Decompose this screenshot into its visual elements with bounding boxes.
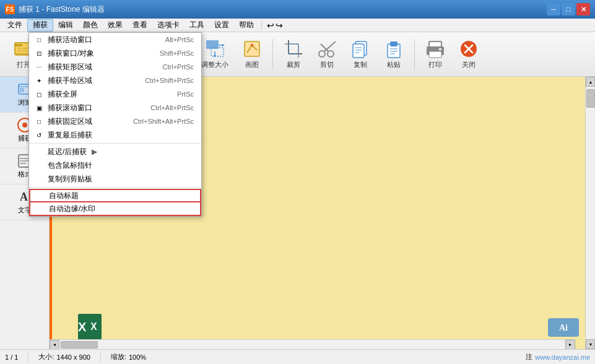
fixed-area-shortcut: Ctrl+Shift+Alt+PrtSc xyxy=(133,118,194,125)
auto-title-label: 自动标题 xyxy=(49,191,79,201)
active-window-label: 捕获活动窗口 xyxy=(48,35,92,45)
paste-button[interactable]: 粘贴 xyxy=(378,36,409,73)
menu-view[interactable]: 查看 xyxy=(128,19,152,32)
capture-fullscreen[interactable]: ◻ 捕获全屏 PrtSc xyxy=(29,87,201,101)
hscroll-right-button[interactable]: ▸ xyxy=(565,340,575,350)
svg-rect-40 xyxy=(289,44,298,54)
h-scrollbar: ◂ ▸ xyxy=(50,339,575,349)
hscroll-left-button[interactable]: ◂ xyxy=(50,340,59,350)
status-note: 注 xyxy=(526,352,532,362)
menu-file[interactable]: 文件 xyxy=(2,19,27,32)
v-scrollbar: ▴ ▾ xyxy=(585,77,595,349)
menu-capture[interactable]: 捕获 xyxy=(27,19,53,32)
menu-color[interactable]: 颜色 xyxy=(78,19,103,32)
rect-shortcut: Ctrl+PrtSc xyxy=(163,63,194,71)
hscroll-thumb[interactable] xyxy=(61,341,98,349)
cut-button[interactable]: 剪切 xyxy=(311,36,342,73)
active-window-shortcut: Alt+PrtSc xyxy=(165,36,194,43)
page-status: 1 / 1 xyxy=(5,353,18,361)
resize-icon xyxy=(205,39,225,59)
print-icon xyxy=(425,39,445,59)
close-button[interactable]: ✕ xyxy=(576,3,590,15)
size-status: 大小: 1440 x 900 xyxy=(38,352,90,362)
watermark-logo: Ai xyxy=(548,318,579,337)
watermark: Ai xyxy=(548,318,579,337)
copy-icon xyxy=(350,39,370,59)
title-bar: FS 捕获 1 - FastStone 编辑器 ─ □ ✕ xyxy=(0,0,595,19)
repeat-label: 重复最后捕获 xyxy=(48,130,92,141)
capture-dropdown-menu: □ 捕获活动窗口 Alt+PrtSc ⊡ 捕获窗口/对象 Shift+PrtSc… xyxy=(28,32,202,217)
paste-label: 粘贴 xyxy=(387,60,401,69)
fixed-area-icon: □ xyxy=(34,118,44,125)
svg-rect-46 xyxy=(353,44,364,58)
clipboard-label: 复制到剪贴板 xyxy=(48,174,92,184)
menu-settings[interactable]: 设置 xyxy=(209,19,234,32)
menu-effects[interactable]: 效果 xyxy=(103,19,128,32)
menu-edit[interactable]: 编辑 xyxy=(53,19,78,32)
status-right: 注 www.dayanzai.me xyxy=(526,352,590,362)
close-doc-button[interactable]: 关闭 xyxy=(453,36,484,73)
freehand-icon: ✦ xyxy=(34,77,44,84)
close-doc-icon xyxy=(459,39,479,59)
svg-rect-58 xyxy=(439,48,441,50)
svg-point-42 xyxy=(328,51,334,57)
menu-tabs[interactable]: 选项卡 xyxy=(152,19,185,32)
print-button[interactable]: 打印 xyxy=(420,36,451,73)
draw-label: 画图 xyxy=(245,60,259,69)
capture-include-cursor[interactable]: 包含鼠标指针 xyxy=(29,158,201,172)
svg-marker-29 xyxy=(222,44,225,46)
app-icon: FS xyxy=(5,4,15,14)
svg-text:Ai: Ai xyxy=(559,323,568,332)
copy-button[interactable]: 复制 xyxy=(345,36,376,73)
print-label: 打印 xyxy=(428,60,442,69)
close-doc-label: 关闭 xyxy=(462,60,476,69)
capture-freehand[interactable]: ✦ 捕获手绘区域 Ctrl+Shift+PrtSc xyxy=(29,74,201,87)
menu-separator xyxy=(261,21,262,30)
menu-help[interactable]: 帮助 xyxy=(234,19,259,32)
zoom-label: 缩放: xyxy=(111,352,126,362)
minimize-button[interactable]: ─ xyxy=(547,3,560,15)
fullscreen-shortcut: PrtSc xyxy=(177,90,194,98)
excel-icon: X xyxy=(77,314,102,339)
capture-active-window[interactable]: □ 捕获活动窗口 Alt+PrtSc xyxy=(29,33,201,46)
capture-fixed-area[interactable]: □ 捕获固定区域 Ctrl+Shift+Alt+PrtSc xyxy=(29,115,201,128)
svg-rect-1 xyxy=(15,44,22,46)
vscroll-down-button[interactable]: ▾ xyxy=(586,339,595,349)
svg-text:A: A xyxy=(20,191,28,203)
window-object-shortcut: Shift+PrtSc xyxy=(160,50,194,57)
capture-auto-title[interactable]: 自动标题 xyxy=(29,189,201,202)
size-value: 1440 x 900 xyxy=(56,353,90,361)
size-label: 大小: xyxy=(38,352,54,362)
draw-button[interactable]: 画图 xyxy=(237,36,267,73)
status-website: www.dayanzai.me xyxy=(535,353,590,361)
svg-rect-64 xyxy=(20,88,24,92)
window-title: 捕获 1 - FastStone 编辑器 xyxy=(19,4,547,15)
hscroll-track xyxy=(59,340,565,349)
svg-rect-57 xyxy=(429,51,441,58)
crop-icon xyxy=(284,39,303,59)
capture-rect-area[interactable]: ⋯ 捕获矩形区域 Ctrl+PrtSc xyxy=(29,60,201,74)
crop-label: 裁剪 xyxy=(287,60,300,69)
undo-button[interactable]: ↩ xyxy=(267,20,274,30)
zoom-status: 缩放: 100% xyxy=(111,352,146,362)
redo-button[interactable]: ↪ xyxy=(276,20,283,30)
svg-rect-3 xyxy=(17,48,30,49)
zoom-value: 100% xyxy=(129,353,146,361)
capture-delay[interactable]: 延迟/后捕获 ▶ xyxy=(29,145,201,158)
rect-icon: ⋯ xyxy=(34,64,44,71)
freehand-label: 捕获手绘区域 xyxy=(48,76,92,86)
capture-repeat[interactable]: ↺ 重复最后捕获 xyxy=(29,128,201,142)
menu-tools[interactable]: 工具 xyxy=(185,19,209,32)
maximize-button[interactable]: □ xyxy=(562,3,575,15)
delay-arrow: ▶ xyxy=(92,147,97,156)
svg-point-41 xyxy=(319,51,325,57)
draw-icon xyxy=(242,39,262,59)
vscroll-thumb[interactable] xyxy=(586,89,595,108)
capture-window-object[interactable]: ⊡ 捕获窗口/对象 Shift+PrtSc xyxy=(29,46,201,60)
capture-auto-border[interactable]: 自动边缘/水印 xyxy=(29,202,201,216)
crop-button[interactable]: 裁剪 xyxy=(278,36,309,73)
capture-scroll-window[interactable]: ▣ 捕获滚动窗口 Ctrl+Alt+PrtSc xyxy=(29,101,201,115)
capture-copy-clipboard[interactable]: 复制到剪贴板 xyxy=(29,172,201,186)
svg-point-35 xyxy=(251,44,253,46)
vscroll-up-button[interactable]: ▴ xyxy=(586,77,595,87)
